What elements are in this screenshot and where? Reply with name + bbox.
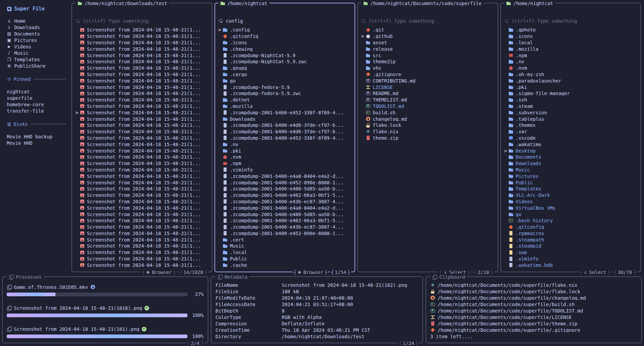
file-row[interactable]: .npm xyxy=(504,52,637,59)
file-row[interactable]: .steampid xyxy=(504,243,637,249)
file-row[interactable]: vhs xyxy=(361,65,494,71)
file-row[interactable]: .tableplus xyxy=(504,116,637,122)
sidebar-pinned-item[interactable]: homebrew-core xyxy=(7,101,66,108)
file-row[interactable]: .config xyxy=(218,27,351,33)
file-row[interactable]: .rpmmacros xyxy=(504,230,637,237)
search-input[interactable]: (ctrl+f) Type something xyxy=(504,18,637,24)
file-row[interactable]: .zcompdump-2001-b400-e4d6-3fde-cf97-b... xyxy=(218,122,351,129)
file-row[interactable]: .zcompdump-2001-b400-e4a8-8404-e4a2-d... xyxy=(218,205,351,211)
file-row[interactable]: .github xyxy=(361,33,494,40)
file-row[interactable]: .dotnet xyxy=(218,97,351,103)
file-row[interactable]: .zcompdump-NightCat-5.9 xyxy=(218,52,351,59)
file-row[interactable]: .gitconfig xyxy=(504,224,637,230)
file-row[interactable]: Screenshot from 2024-04-18 15-48-21(1... xyxy=(75,186,208,192)
file-row[interactable]: .cert xyxy=(218,236,351,243)
file-row[interactable]: .zcompdump-2001-b400-e452-890e-8088-1... xyxy=(218,179,351,186)
file-row[interactable]: .mozilla xyxy=(218,103,351,110)
file-row[interactable]: .pki xyxy=(504,84,637,90)
file-row[interactable]: themeZip xyxy=(361,59,494,65)
file-row[interactable]: Screenshot from 2024-04-18 15-48-21(1... xyxy=(75,135,208,141)
file-row[interactable]: Screenshot from 2024-04-18 15-48-21(1... xyxy=(75,192,208,199)
file-row[interactable]: .paradoxlauncher xyxy=(504,77,637,84)
sidebar-disk-item[interactable]: Movie HHD backup xyxy=(7,133,66,140)
file-row[interactable]: flake.lock xyxy=(361,122,494,129)
file-row[interactable]: .gphoto xyxy=(504,27,637,33)
file-row[interactable]: Screenshot from 2024-04-18 15-48-21(1... xyxy=(75,230,208,237)
file-row[interactable]: Screenshot from 2024-04-18 15-48-21(1... xyxy=(75,262,208,268)
file-row[interactable]: .zcompdump-NightCat-5.9.zwc xyxy=(218,59,351,65)
process-item[interactable]: Screenshot from 2024-04-18 15-48-21(1016… xyxy=(7,305,204,318)
file-row[interactable]: .viminfo xyxy=(504,256,637,262)
file-row[interactable]: Screenshot from 2024-04-18 15-48-21(1... xyxy=(75,27,208,33)
file-row[interactable]: Screenshot from 2024-04-18 15-48-21(1... xyxy=(75,173,208,179)
file-row[interactable]: .nv xyxy=(504,59,637,65)
file-row[interactable]: .local xyxy=(218,249,351,256)
file-row[interactable]: Templates xyxy=(504,186,637,192)
sidebar-item[interactable]: Templates xyxy=(7,56,66,63)
file-row[interactable]: Screenshot from 2024-04-18 15-48-21(1... xyxy=(75,103,208,110)
file-row[interactable]: .themes xyxy=(504,122,637,129)
sidebar-item[interactable]: Downloads xyxy=(7,24,66,30)
file-row[interactable]: Screenshot from 2024-04-18 15-48-21(1... xyxy=(75,147,208,154)
file-row[interactable]: .zcompdump-2001-b400-e452-338f-8f89-4... xyxy=(218,135,351,141)
file-row[interactable]: .swp xyxy=(504,249,637,256)
file-row[interactable]: .zcompdump-2001-b400-e452-338f-8f89-4... xyxy=(218,109,351,116)
file-row[interactable]: go xyxy=(504,211,637,217)
file-row[interactable]: VirtualBox VMs xyxy=(504,205,637,211)
file-row[interactable]: Screenshot from 2024-04-18 15-48-21(1... xyxy=(75,179,208,186)
file-row[interactable]: .zcompdump-2001-b400-e452-890e-8088-1... xyxy=(218,230,351,237)
file-row[interactable]: Videos xyxy=(504,199,637,205)
file-row[interactable]: Music xyxy=(504,167,637,173)
search-input[interactable]: (ctrl+f) Type something xyxy=(75,18,208,24)
file-row[interactable]: Screenshot from 2024-04-18 15-48-21(1... xyxy=(75,122,208,129)
file-row[interactable]: Screenshot from 2024-04-18 15-48-21(1... xyxy=(75,84,208,90)
file-row[interactable]: Screenshot from 2024-04-18 15-48-21(1... xyxy=(75,199,208,205)
file-row[interactable]: .bash_history xyxy=(504,217,637,224)
file-row[interactable]: .steam xyxy=(504,103,637,110)
file-row[interactable]: .nvm xyxy=(504,65,637,71)
sidebar-pinned-item[interactable]: nightcat xyxy=(7,88,66,95)
file-row[interactable]: Screenshot from 2024-04-18 15-48-21(1... xyxy=(75,205,208,211)
sidebar-pinned-item[interactable]: transfer-file xyxy=(7,108,66,114)
file-row[interactable]: Screenshot from 2024-04-18 15-48-21(1... xyxy=(75,160,208,167)
file-row[interactable]: .ssh xyxy=(504,97,637,103)
file-row[interactable]: .nvm xyxy=(218,154,351,160)
file-row[interactable]: .gitignore xyxy=(361,71,494,78)
sidebar-pinned-item[interactable]: superfile xyxy=(7,95,66,101)
file-row[interactable]: .zcompdump-2001-b400-e43b-ec87-3807-4... xyxy=(218,199,351,205)
file-row[interactable]: README.md xyxy=(361,90,494,97)
file-row[interactable]: .subversion xyxy=(504,109,637,116)
file-row[interactable]: .mozilla xyxy=(504,46,637,52)
file-row[interactable]: Screenshot from 2024-04-18 15-48-21(1... xyxy=(75,71,208,78)
file-row[interactable]: Screenshot from 2024-04-18 15-48-21(1... xyxy=(75,116,208,122)
file-row[interactable]: Pictures xyxy=(504,173,637,179)
process-item[interactable]: Screenshot from 2024-04-18 15-48-21(101)… xyxy=(7,326,204,339)
file-row[interactable]: .zcompdump-2001-b400-e480-5d85-aa50-b... xyxy=(218,186,351,192)
file-row[interactable]: theme.zip xyxy=(361,135,494,141)
file-row[interactable]: .wakatime.bdb xyxy=(504,262,637,268)
file-row[interactable]: .pki xyxy=(218,147,351,154)
file-row[interactable]: Screenshot from 2024-04-18 15-48-21(1... xyxy=(75,90,208,97)
file-row[interactable]: Desktop xyxy=(504,147,637,154)
file-row[interactable]: .cache xyxy=(218,262,351,268)
file-row[interactable]: Screenshot from 2024-04-18 15-48-21(1... xyxy=(75,141,208,147)
file-row[interactable]: flake.nix xyxy=(361,129,494,135)
file-row[interactable]: Screenshot from 2024-04-18 15-48-21(1... xyxy=(75,249,208,256)
file-row[interactable]: release xyxy=(361,46,494,52)
file-row[interactable]: go xyxy=(218,77,351,84)
file-row[interactable]: .git xyxy=(361,27,494,33)
file-row[interactable]: .zcompdump-fedora-5.9.zwc xyxy=(218,90,351,97)
file-row[interactable]: VLC-Arc-Dark xyxy=(504,192,637,199)
file-row[interactable]: LICENSE xyxy=(361,84,494,90)
file-row[interactable]: .chewing xyxy=(218,46,351,52)
sidebar-item[interactable]: PublicShare xyxy=(7,63,66,69)
file-row[interactable]: .var xyxy=(504,129,637,135)
file-row[interactable]: Screenshot from 2024-04-18 15-48-21(1... xyxy=(75,243,208,249)
file-row[interactable]: .oh-my-zsh xyxy=(504,71,637,78)
file-row[interactable]: .steampath xyxy=(504,236,637,243)
file-row[interactable]: CONTRIBUTING.md xyxy=(361,77,494,84)
file-row[interactable]: Screenshot from 2024-04-18 15-48-21(1... xyxy=(75,217,208,224)
sidebar-item[interactable]: Music xyxy=(7,50,66,56)
file-row[interactable]: .npm xyxy=(218,160,351,167)
file-row[interactable]: Screenshot from 2024-04-18 15-48-21(1... xyxy=(75,46,208,52)
